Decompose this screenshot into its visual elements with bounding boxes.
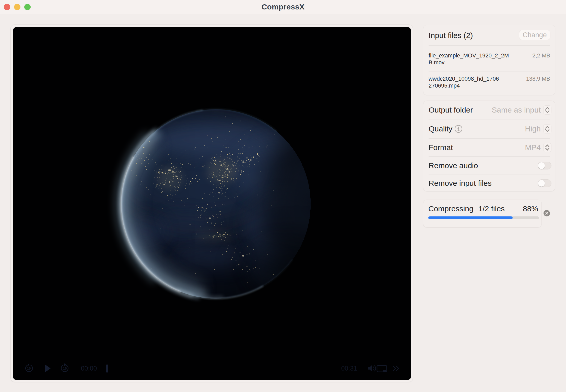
svg-text:15: 15 <box>27 366 31 370</box>
svg-text:15: 15 <box>63 366 67 370</box>
svg-text:00:00: 00:00 <box>81 365 97 372</box>
svg-text:00:31: 00:31 <box>341 365 357 372</box>
